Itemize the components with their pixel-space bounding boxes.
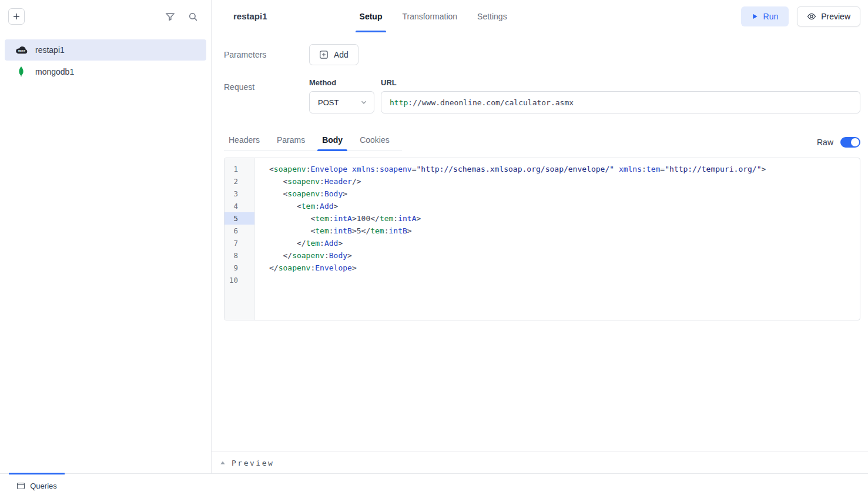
raw-toggle[interactable] [840, 137, 860, 148]
preview-collapse-bar[interactable]: Preview [212, 452, 868, 473]
request-row: Request Method URL POST http://www.dneon… [224, 78, 860, 113]
code-line: </soapenv:Envelope> [269, 262, 860, 274]
main-header: restapi1 SetupTransformationSettings Run… [212, 0, 868, 32]
line-number: 7 [224, 237, 254, 249]
editor-code: <soapenv:Envelope xmlns:soapenv="http://… [255, 158, 860, 320]
line-number: 9 [224, 262, 254, 274]
code-line: <soapenv:Envelope xmlns:soapenv="http://… [269, 163, 860, 175]
queries-icon [16, 482, 25, 490]
tab-headers[interactable]: Headers [224, 131, 264, 151]
eye-icon [807, 12, 816, 21]
line-number: 4 [224, 200, 254, 212]
code-line: </soapenv:Body> [269, 249, 860, 262]
main-panel: restapi1 SetupTransformationSettings Run… [212, 0, 868, 473]
tab-cookies[interactable]: Cookies [355, 131, 394, 151]
tab-transformation[interactable]: Transformation [398, 0, 461, 32]
app: RESTrestapi1mongodb1 restapi1 SetupTrans… [0, 0, 868, 473]
parameters-row: Parameters Add [224, 44, 860, 65]
run-button-label: Run [763, 12, 779, 21]
play-icon [752, 13, 758, 20]
tab-queries[interactable]: Queries [9, 474, 65, 498]
code-line: <tem:Add> [269, 200, 860, 212]
preview-button[interactable]: Preview [797, 6, 860, 26]
method-select[interactable]: POST [309, 91, 374, 113]
entity-list: RESTrestapi1mongodb1 [0, 33, 211, 83]
plus-square-icon [319, 50, 329, 59]
line-number: 3 [224, 188, 254, 200]
search-icon[interactable] [188, 12, 198, 22]
chevron-down-icon [360, 98, 368, 106]
sidebar-item-label: restapi1 [35, 45, 65, 55]
code-line: <soapenv:Header/> [269, 175, 860, 188]
preview-button-label: Preview [821, 12, 850, 21]
tab-body[interactable]: Body [317, 131, 347, 151]
header-tabs: SetupTransformationSettings [350, 0, 517, 32]
line-number: 5 [224, 212, 254, 225]
preview-toggle-label: Preview [232, 459, 274, 467]
line-number: 1 [224, 163, 254, 175]
run-button[interactable]: Run [741, 6, 789, 26]
filter-icon[interactable] [165, 12, 175, 22]
editor-gutter: 12345678910 [224, 158, 255, 320]
header-actions: Run Preview [741, 6, 860, 26]
url-label: URL [381, 78, 397, 87]
sidebar-item-restapi1[interactable]: RESTrestapi1 [5, 39, 206, 61]
url-input[interactable]: http://www.dneonline.com/calculator.asmx [381, 91, 860, 113]
plus-icon [12, 12, 21, 21]
method-label: Method [309, 78, 381, 87]
rest-api-icon: REST [14, 45, 28, 55]
tab-settings[interactable]: Settings [473, 0, 511, 32]
sidebar: RESTrestapi1mongodb1 [0, 0, 212, 473]
sidebar-item-mongodb1[interactable]: mongodb1 [5, 61, 206, 82]
svg-text:REST: REST [18, 49, 25, 52]
queries-tab-label: Queries [30, 482, 57, 490]
code-line: </tem:Add> [269, 237, 860, 249]
body-code-editor[interactable]: 12345678910 <soapenv:Envelope xmlns:soap… [224, 158, 860, 320]
add-button-label: Add [334, 50, 348, 59]
code-line: <tem:intA>100</tem:intA> [269, 212, 860, 225]
add-parameter-button[interactable]: Add [309, 44, 358, 65]
line-number: 2 [224, 175, 254, 188]
mongodb-icon [14, 66, 28, 78]
request-config-tabs-row: HeadersParamsBodyCookies Raw [224, 131, 860, 151]
new-entity-button[interactable] [8, 8, 25, 25]
page-title: restapi1 [233, 11, 267, 21]
toggle-knob [851, 138, 859, 146]
method-value: POST [318, 98, 339, 107]
line-number: 10 [224, 274, 254, 286]
raw-label: Raw [817, 138, 833, 147]
line-number: 8 [224, 249, 254, 262]
setup-panel: Parameters Add Request Method URL POST [212, 32, 868, 452]
parameters-label: Parameters [224, 50, 309, 59]
sidebar-toolbar [0, 0, 211, 33]
code-line [269, 274, 860, 286]
sidebar-item-label: mongodb1 [35, 67, 74, 76]
tab-setup[interactable]: Setup [356, 0, 387, 32]
request-config-tabs: HeadersParamsBodyCookies [224, 131, 402, 151]
code-line: <tem:intB>5</tem:intB> [269, 225, 860, 237]
tab-params[interactable]: Params [272, 131, 310, 151]
code-line: <soapenv:Body> [269, 188, 860, 200]
bottom-bar: Queries [0, 473, 868, 498]
line-number: 6 [224, 225, 254, 237]
triangle-up-icon [220, 460, 226, 466]
request-label: Request [224, 78, 309, 113]
